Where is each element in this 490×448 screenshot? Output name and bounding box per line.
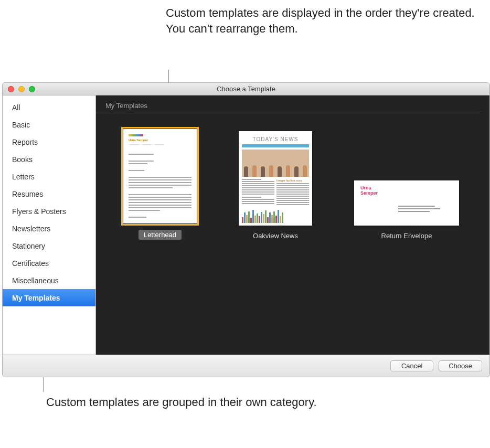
sidebar-item-stationery[interactable]: Stationery xyxy=(3,237,95,254)
content-area: My Templates Urna Semper –––––––––– ––––… xyxy=(96,95,489,355)
template-letterhead[interactable]: Urna Semper –––––––––– –––––––––– ––––––… xyxy=(123,129,197,240)
letterhead-meta: –––––––––– –––––––––– –––––––– xyxy=(129,143,197,145)
sidebar-item-miscellaneous[interactable]: Miscellaneous xyxy=(3,272,95,289)
template-oakview-news[interactable]: TODAY'S NEWS xyxy=(239,131,312,240)
choose-button[interactable]: Choose xyxy=(439,360,482,371)
news-bar xyxy=(242,144,309,147)
template-label: Letterhead xyxy=(139,230,182,240)
section-header: My Templates xyxy=(96,95,480,113)
close-icon[interactable] xyxy=(8,86,14,92)
template-label: Oakview News xyxy=(253,232,298,240)
cancel-button[interactable]: Cancel xyxy=(390,360,433,371)
titlebar: Choose a Template xyxy=(3,83,489,95)
template-return-envelope[interactable]: Urna Semper Return Envelope xyxy=(354,180,459,240)
sidebar-item-flyers-posters[interactable]: Flyers & Posters xyxy=(3,202,95,220)
news-headline: TODAY'S NEWS xyxy=(242,136,309,142)
minimize-icon[interactable] xyxy=(18,86,25,92)
news-chart-icon xyxy=(242,208,309,223)
sidebar-item-all[interactable]: All xyxy=(3,99,95,116)
template-thumbnail[interactable]: Urna Semper –––––––––– –––––––––– ––––––… xyxy=(123,129,197,223)
news-columns: Integer facilisis arcu xyxy=(242,179,309,206)
window-title: Choose a Template xyxy=(3,85,489,93)
sidebar-item-newsletters[interactable]: Newsletters xyxy=(3,220,95,237)
template-chooser-window: Choose a Template All Basic Reports Book… xyxy=(2,82,490,377)
sidebar-item-letters[interactable]: Letters xyxy=(3,168,95,185)
sidebar-item-my-templates[interactable]: My Templates xyxy=(3,289,95,306)
letterhead-stripe-icon xyxy=(129,134,143,136)
news-photo-icon xyxy=(242,150,309,177)
sidebar-item-books[interactable]: Books xyxy=(3,151,95,168)
sidebar: All Basic Reports Books Letters Resumes … xyxy=(3,95,96,355)
callout-top: Custom templates are displayed in the or… xyxy=(166,5,490,36)
traffic-lights xyxy=(3,86,35,92)
news-subhead: Integer facilisis arcu xyxy=(276,179,309,182)
letterhead-name: Urna Semper xyxy=(129,138,197,142)
envelope-name-2: Semper xyxy=(360,191,453,196)
envelope-address xyxy=(398,206,453,212)
sidebar-item-basic[interactable]: Basic xyxy=(3,116,95,133)
template-thumbnail[interactable]: Urna Semper xyxy=(354,180,459,226)
sidebar-item-resumes[interactable]: Resumes xyxy=(3,185,95,202)
footer: Cancel Choose xyxy=(3,355,489,377)
letterhead-body-preview xyxy=(129,154,191,223)
section-header-label: My Templates xyxy=(105,102,147,110)
callout-bottom: Custom templates are grouped in their ow… xyxy=(46,394,317,410)
window-body: All Basic Reports Books Letters Resumes … xyxy=(3,95,489,355)
template-thumbnail[interactable]: TODAY'S NEWS xyxy=(239,131,312,226)
template-label: Return Envelope xyxy=(381,232,432,240)
zoom-icon[interactable] xyxy=(29,86,35,92)
sidebar-item-certificates[interactable]: Certificates xyxy=(3,254,95,272)
templates-row: Urna Semper –––––––––– –––––––––– ––––––… xyxy=(96,113,489,255)
sidebar-item-reports[interactable]: Reports xyxy=(3,133,95,151)
